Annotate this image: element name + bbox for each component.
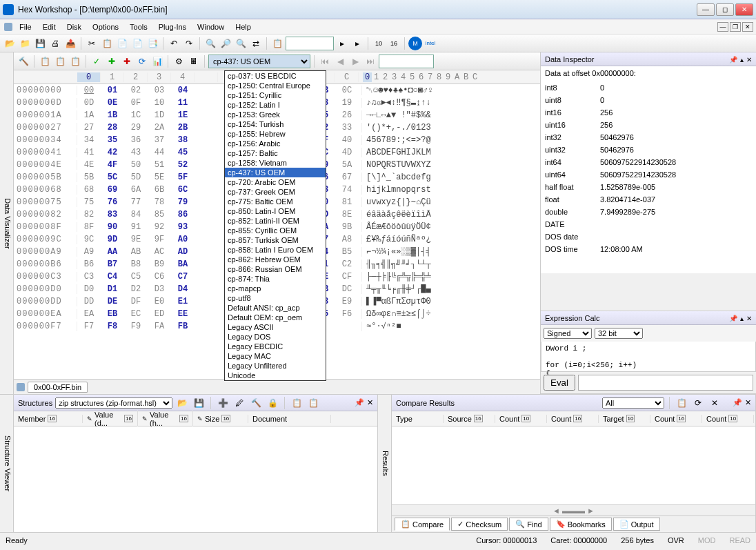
last-icon[interactable]: ⏭ bbox=[364, 55, 377, 68]
hex-byte[interactable]: 75 bbox=[77, 197, 101, 207]
hex-byte[interactable]: A8 bbox=[335, 235, 359, 244]
struct-col-header[interactable]: ✎ Value (h... 16 bbox=[138, 411, 193, 427]
plus-red-icon[interactable]: ✚ bbox=[120, 55, 134, 68]
struct-paste-icon[interactable]: 📋 bbox=[306, 396, 320, 410]
menu-disk[interactable]: Disk bbox=[61, 21, 87, 32]
hex-byte[interactable]: CF bbox=[335, 272, 359, 282]
hex-byte[interactable]: EA bbox=[77, 309, 101, 319]
open2-icon[interactable]: 📁 bbox=[18, 37, 32, 50]
encoding-option[interactable]: cp-858: Latin I Euro OEM bbox=[225, 245, 326, 255]
hex-byte[interactable]: 36 bbox=[124, 135, 148, 145]
struct-copy-icon[interactable]: 📋 bbox=[290, 396, 304, 410]
find-icon[interactable]: 🔍 bbox=[203, 37, 217, 50]
hex-byte[interactable]: B5 bbox=[335, 247, 359, 257]
mdi-restore[interactable]: ❐ bbox=[730, 22, 741, 32]
hex-byte[interactable]: EE bbox=[171, 309, 195, 319]
struct-col-header[interactable]: Member 16 bbox=[14, 415, 83, 423]
hex-byte[interactable]: 9D bbox=[101, 235, 124, 244]
encoding-option[interactable]: Default ANSI: cp_acp bbox=[225, 303, 326, 313]
hex-byte[interactable]: EB bbox=[101, 309, 124, 319]
hex-byte[interactable]: 6C bbox=[171, 185, 195, 195]
hex-byte[interactable]: A0 bbox=[171, 235, 195, 244]
hex-byte[interactable]: DD bbox=[77, 297, 101, 306]
export-icon[interactable]: 📤 bbox=[63, 37, 77, 50]
hex-byte[interactable]: 38 bbox=[171, 135, 195, 145]
hex-byte[interactable]: ED bbox=[148, 309, 171, 319]
hex-byte[interactable]: C6 bbox=[148, 272, 171, 282]
ascii-text[interactable]: ABCDEFGHIJKLM bbox=[361, 148, 431, 157]
hex-byte[interactable]: 9E bbox=[124, 235, 148, 244]
hex-byte[interactable]: F7 bbox=[77, 322, 101, 331]
hex-byte[interactable]: 02 bbox=[124, 86, 148, 95]
results-tab-checksum[interactable]: ✓Checksum bbox=[451, 518, 508, 531]
open-icon[interactable]: 📂 bbox=[3, 37, 17, 50]
hex-byte[interactable]: 50 bbox=[124, 160, 148, 170]
hex-byte[interactable]: 91 bbox=[124, 222, 148, 232]
hex-byte[interactable]: 37 bbox=[148, 135, 171, 145]
save-icon[interactable]: 💾 bbox=[33, 37, 47, 50]
goto-btn1[interactable]: ▸ bbox=[335, 37, 349, 50]
checkmark-icon[interactable]: ✓ bbox=[90, 55, 103, 68]
hex-byte[interactable]: 6B bbox=[148, 185, 171, 195]
structures-combo[interactable]: zip structures (zip-format.hsl) bbox=[55, 397, 172, 409]
encoding-option[interactable]: Legacy EBCDIC bbox=[225, 342, 326, 351]
hex-byte[interactable]: 45 bbox=[171, 148, 195, 157]
struct-hammer-icon[interactable]: 🔨 bbox=[249, 396, 263, 410]
results-tab[interactable]: Results bbox=[378, 395, 392, 532]
hex-byte[interactable]: DF bbox=[124, 297, 148, 306]
hex-byte[interactable]: 90 bbox=[101, 222, 124, 232]
hex-byte[interactable]: 43 bbox=[124, 148, 148, 157]
hex-byte[interactable]: DE bbox=[101, 297, 124, 306]
ascii-text[interactable]: [\]^_`abcdefg bbox=[361, 173, 431, 182]
ascii-text[interactable]: ⌐¬½¼¡«»░▒▓│┤╡ bbox=[361, 247, 431, 257]
hex-byte[interactable]: 5C bbox=[101, 173, 124, 182]
encoding-option[interactable]: Unicode bbox=[225, 371, 326, 380]
hex-byte[interactable]: 28 bbox=[101, 123, 124, 132]
encoding-option[interactable]: cp-850: Latin-I OEM bbox=[225, 206, 326, 216]
hex-byte[interactable]: 84 bbox=[124, 210, 148, 219]
encoding-option[interactable]: cp-1251: Cyrillic bbox=[225, 90, 326, 100]
hex-byte[interactable]: C4 bbox=[101, 272, 124, 282]
compare-filter[interactable]: All bbox=[602, 397, 664, 409]
encoding-option[interactable]: cp-857: Turkisk OEM bbox=[225, 235, 326, 245]
hex-byte[interactable]: 4E bbox=[77, 160, 101, 170]
chart-icon[interactable]: 📊 bbox=[150, 55, 164, 68]
tool-icon-3[interactable]: 📋 bbox=[68, 55, 82, 68]
hex-byte[interactable]: 0E bbox=[101, 98, 124, 108]
goto-input[interactable] bbox=[286, 37, 334, 50]
hex-byte[interactable]: C2 bbox=[335, 259, 359, 269]
next-icon[interactable]: ▶ bbox=[348, 55, 362, 68]
hex-byte[interactable]: 40 bbox=[335, 135, 359, 145]
encoding-option[interactable]: cp-1250: Central Europe bbox=[225, 81, 326, 90]
ascii-text[interactable]: ╢╖╕╣║╗╝╜╛┐└┴┬ bbox=[361, 259, 431, 269]
copy-icon[interactable]: 📋 bbox=[100, 37, 114, 50]
hex-byte[interactable]: 67 bbox=[335, 173, 359, 182]
struct-add-icon[interactable]: ➕ bbox=[216, 396, 230, 410]
hex-byte[interactable]: 5B bbox=[77, 173, 101, 182]
hex-byte[interactable]: BA bbox=[171, 259, 195, 269]
panel-close-icon[interactable]: ✕ bbox=[367, 398, 373, 407]
encoding-option[interactable]: cp-utf8 bbox=[225, 293, 326, 303]
hex-byte[interactable]: 4F bbox=[101, 160, 124, 170]
find-prev-icon[interactable]: 🔍 bbox=[234, 37, 248, 50]
encoding-dropdown[interactable]: cp-037: US EBCDICcp-1250: Central Europe… bbox=[224, 70, 326, 381]
encoding-option[interactable]: cp-1258: Vietnam bbox=[225, 158, 326, 168]
hex-byte[interactable]: E9 bbox=[335, 297, 359, 306]
hex-byte[interactable]: 79 bbox=[171, 197, 195, 207]
ascii-text[interactable]: ≈°·√ⁿ²■ bbox=[361, 322, 401, 331]
ascii-text[interactable]: NOPQRSTUVWXYZ bbox=[361, 160, 431, 170]
hex-byte[interactable]: 0C bbox=[335, 86, 359, 95]
hex-byte[interactable]: D4 bbox=[171, 284, 195, 294]
print-icon[interactable]: 🖨 bbox=[48, 37, 62, 50]
encoding-option[interactable]: cp-mapcp bbox=[225, 284, 326, 293]
struct-col-header[interactable]: ✎ Value (d... 16 bbox=[83, 411, 138, 427]
replace-icon[interactable]: ⇄ bbox=[249, 37, 263, 50]
first-icon[interactable]: ⏮ bbox=[318, 55, 332, 68]
hex-byte[interactable]: 26 bbox=[335, 110, 359, 120]
ascii-text[interactable]: Ωδ∞φε∩≡±≥≤⌠⌡÷ bbox=[361, 309, 431, 319]
struct-col-header[interactable]: Document bbox=[248, 415, 331, 423]
panel-up-icon[interactable]: ▴ bbox=[740, 56, 744, 63]
base10-icon[interactable]: 10 bbox=[372, 37, 386, 50]
encoding-option[interactable]: cp-874: Thia bbox=[225, 274, 326, 284]
encoding-option[interactable]: cp-775: Baltic OEM bbox=[225, 197, 326, 206]
